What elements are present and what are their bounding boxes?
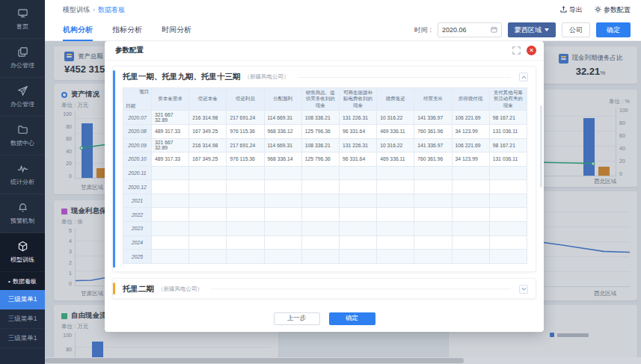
- table-cell: 106 221.69: [452, 111, 489, 125]
- tab-indicator-analysis[interactable]: 指标分析: [112, 19, 142, 41]
- table-cell: [377, 235, 414, 250]
- breadcrumb-separator: ›: [93, 6, 95, 13]
- sidebar-item-alert[interactable]: 预警机制: [0, 194, 45, 233]
- table-cell: 167 349.25: [189, 152, 227, 167]
- table-cell: 98 167.21: [489, 138, 527, 152]
- table-cell: [377, 194, 414, 208]
- scrollbar-thumb[interactable]: [45, 358, 464, 363]
- table-row: 2020.10489 317.33167 349.25976 115.36968…: [123, 152, 527, 167]
- param-config-button[interactable]: 参数配置: [595, 5, 631, 15]
- table-cell: [377, 250, 414, 264]
- send-icon: [17, 85, 28, 98]
- param-table: 项目 日期 资本金需求偿还本金偿还利息分配股利销售商品、提供劳务收到的现金可再生…: [123, 87, 527, 264]
- table-cell: [489, 180, 527, 194]
- sidebar-item-label: 模型训练: [10, 256, 34, 264]
- table-cell: [264, 222, 301, 236]
- table-cell: [339, 250, 376, 264]
- breadcrumb-parent[interactable]: 模型训练: [63, 6, 90, 13]
- table-cell: [264, 235, 301, 250]
- table-cell: [414, 208, 452, 222]
- sidebar-item-home[interactable]: 首页: [0, 0, 45, 39]
- table-cell: 96 331.64: [339, 152, 376, 167]
- table-cell: [301, 180, 339, 194]
- table-cell: 131 226.31: [339, 138, 376, 152]
- table-cell: 976 115.36: [227, 124, 264, 138]
- param-table-body: 2020.07321 667 32.89216 314.98217 691.24…: [123, 111, 527, 264]
- chevron-down-icon: [545, 28, 549, 31]
- sidebar-item-data-center[interactable]: 数据中心: [0, 117, 45, 155]
- table-cell: [414, 235, 452, 250]
- table-cell: [339, 166, 376, 180]
- bullet-icon: •: [8, 278, 10, 285]
- gear-icon: [595, 6, 601, 14]
- table-cell: [189, 194, 227, 208]
- table-cell: [227, 250, 264, 264]
- table-cell: [452, 250, 489, 264]
- sidebar-item-label: 三级菜单1: [8, 295, 37, 304]
- time-input[interactable]: 2020.06: [438, 22, 502, 37]
- row-date: 2020.10: [123, 152, 152, 167]
- sidebar-item-office-2[interactable]: 办公管理: [0, 78, 45, 117]
- table-cell: [339, 194, 376, 208]
- copy-icon: [17, 46, 28, 59]
- sidebar-submenu-item-2[interactable]: 三级菜单1: [0, 309, 45, 329]
- table-cell: [152, 180, 189, 194]
- sidebar-filler: [0, 348, 45, 364]
- previous-step-button[interactable]: 上一步: [274, 312, 320, 325]
- table-cell: [301, 235, 339, 250]
- table-cell: 321 667 32.89: [152, 138, 189, 152]
- table-cell: [227, 222, 264, 236]
- chevron-down-icon[interactable]: [519, 285, 528, 294]
- table-cell: [189, 166, 227, 180]
- table-row: 2020.08489 317.33167 349.25976 115.36968…: [123, 124, 527, 138]
- table-cell: 976 115.36: [227, 152, 264, 167]
- company-button[interactable]: 公司: [562, 22, 590, 37]
- table-cell: 321 667 32.89: [152, 111, 189, 125]
- calendar-icon: [491, 26, 497, 34]
- sidebar-item-stats[interactable]: 统计分析: [0, 155, 45, 194]
- table-cell: 131 036.11: [489, 152, 527, 167]
- section-tuoli-1-9-13: 托里一期、托里九期、托里十三期 （新疆风电公司） 项目 日期 资本金需求偿还本金…: [112, 66, 536, 272]
- export-button[interactable]: 导出: [560, 5, 583, 15]
- section-company: （新疆风电公司）: [158, 286, 203, 293]
- table-cell: 108 336.21: [301, 138, 339, 152]
- modal-scrollbar[interactable]: [540, 105, 542, 188]
- modal-confirm-button[interactable]: 确定: [329, 312, 375, 325]
- horizontal-scrollbar[interactable]: [45, 357, 641, 364]
- section-accent-bar: [113, 283, 115, 294]
- table-cell: 10 316.22: [377, 111, 414, 125]
- sidebar-item-office-1[interactable]: 办公管理: [0, 39, 45, 78]
- table-cell: [414, 166, 452, 180]
- table-cell: [489, 194, 527, 208]
- table-row: 2022: [123, 208, 527, 222]
- fullscreen-icon[interactable]: [512, 46, 521, 55]
- sidebar-item-model-training[interactable]: 模型训练: [0, 233, 45, 272]
- sidebar-submenu-item-1[interactable]: 三级菜单1: [0, 290, 45, 309]
- sidebar-item-data-board[interactable]: • 数据看板: [0, 272, 45, 290]
- table-cell: [489, 222, 527, 236]
- table-cell: [339, 180, 376, 194]
- table-cell: [301, 208, 339, 222]
- table-cell: [414, 180, 452, 194]
- table-cell: [301, 194, 339, 208]
- table-cell: [339, 235, 376, 250]
- header-confirm-button[interactable]: 确定: [596, 22, 631, 37]
- table-cell: [377, 180, 414, 194]
- sidebar-item-label: 数据看板: [13, 277, 37, 286]
- table-cell: [339, 208, 376, 222]
- section-accent-bar: [113, 70, 115, 268]
- sidebar-submenu-item-3[interactable]: 三级菜单1: [0, 329, 45, 348]
- table-cell: 108 336.21: [301, 111, 339, 125]
- table-cell: 131 226.31: [339, 111, 376, 125]
- table-cell: [189, 250, 227, 264]
- chevron-up-icon[interactable]: [519, 73, 528, 81]
- section-title: 托里二期: [123, 284, 154, 294]
- tab-time-analysis[interactable]: 时间分析: [162, 19, 191, 41]
- region-dropdown[interactable]: 蒙西区域: [508, 22, 556, 37]
- table-cell: [264, 250, 301, 264]
- tab-org-analysis[interactable]: 机构分析: [63, 19, 93, 41]
- table-row: 2020.12: [123, 180, 527, 194]
- row-date: 2020.12: [123, 180, 152, 194]
- table-cell: [264, 194, 301, 208]
- close-icon[interactable]: ✕: [527, 46, 536, 55]
